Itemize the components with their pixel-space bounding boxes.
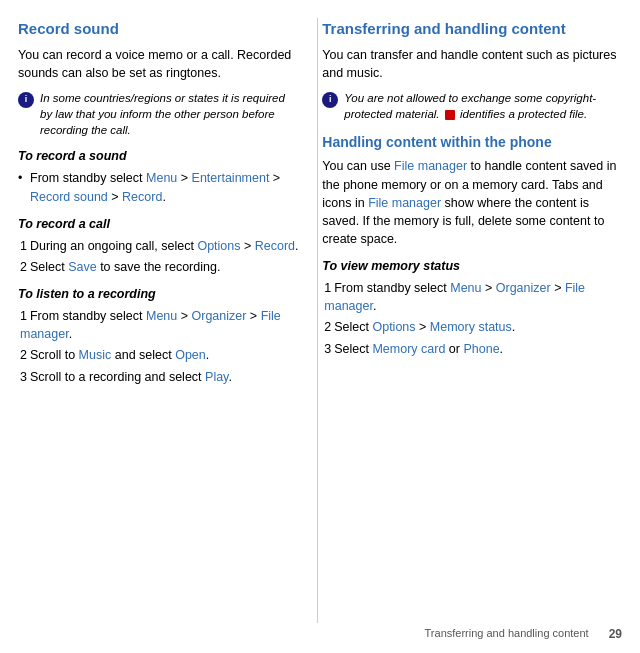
link-menu-2: Menu — [146, 309, 177, 323]
link-organizer-1: Organizer — [192, 309, 247, 323]
link-save: Save — [68, 260, 97, 274]
task2-steps: During an ongoing call, select Options >… — [18, 237, 299, 276]
task3-step2: Scroll to Music and select Open. — [18, 346, 299, 364]
link-entertainment: Entertainment — [192, 171, 270, 185]
link-record-2: Record — [255, 239, 295, 253]
link-music: Music — [79, 348, 112, 362]
link-menu-1: Menu — [146, 171, 177, 185]
task2-step2: Select Save to save the recording. — [18, 258, 299, 276]
right-note-box: i You are not allowed to exchange some c… — [322, 90, 622, 122]
left-note-bullet: i — [18, 92, 34, 108]
task2-step1: During an ongoing call, select Options >… — [18, 237, 299, 255]
link-open: Open — [175, 348, 206, 362]
view-memory-steps: From standby select Menu > Organizer > F… — [322, 279, 622, 358]
task1-step1: From standby select Menu > Entertainment… — [18, 169, 299, 205]
mem-step2: Select Options > Memory status. — [322, 318, 622, 336]
right-intro: You can transfer and handle content such… — [322, 46, 622, 82]
link-filemanager-3: File manager — [368, 196, 441, 210]
lock-icon — [445, 110, 455, 120]
left-note-text: In some countries/regions or states it i… — [40, 90, 299, 138]
right-section-title: Transferring and handling content — [322, 18, 622, 40]
link-filemanager-2: File manager — [394, 159, 467, 173]
task3-title: To listen to a recording — [18, 285, 299, 303]
link-record-1: Record — [122, 190, 162, 204]
link-menu-3: Menu — [450, 281, 481, 295]
link-record-sound: Record sound — [30, 190, 108, 204]
footer-page-number: 29 — [609, 626, 622, 643]
task3-steps: From standby select Menu > Organizer > F… — [18, 307, 299, 386]
page: Record sound You can record a voice memo… — [0, 0, 640, 653]
footer-label: Transferring and handling content — [425, 626, 589, 642]
left-section-title: Record sound — [18, 18, 299, 40]
link-phone: Phone — [463, 342, 499, 356]
task2-title: To record a call — [18, 215, 299, 233]
task1-title: To record a sound — [18, 147, 299, 165]
right-column: Transferring and handling content You ca… — [317, 18, 622, 623]
link-options-1: Options — [197, 239, 240, 253]
link-memory-card: Memory card — [372, 342, 445, 356]
footer: Transferring and handling content 29 — [425, 626, 622, 643]
link-options-2: Options — [372, 320, 415, 334]
left-intro: You can record a voice memo or a call. R… — [18, 46, 299, 82]
mem-step3: Select Memory card or Phone. — [322, 340, 622, 358]
link-organizer-2: Organizer — [496, 281, 551, 295]
link-memory-status: Memory status — [430, 320, 512, 334]
right-subsection-body: You can use File manager to handle conte… — [322, 157, 622, 248]
right-note-bullet: i — [322, 92, 338, 108]
right-note-text: You are not allowed to exchange some cop… — [344, 90, 622, 122]
link-play: Play — [205, 370, 228, 384]
mem-step1: From standby select Menu > Organizer > F… — [322, 279, 622, 315]
left-column: Record sound You can record a voice memo… — [18, 18, 317, 623]
task3-step3: Scroll to a recording and select Play. — [18, 368, 299, 386]
task3-step1: From standby select Menu > Organizer > F… — [18, 307, 299, 343]
view-memory-title: To view memory status — [322, 257, 622, 275]
left-note-box: i In some countries/regions or states it… — [18, 90, 299, 138]
right-subsection-title: Handling content within the phone — [322, 132, 622, 152]
